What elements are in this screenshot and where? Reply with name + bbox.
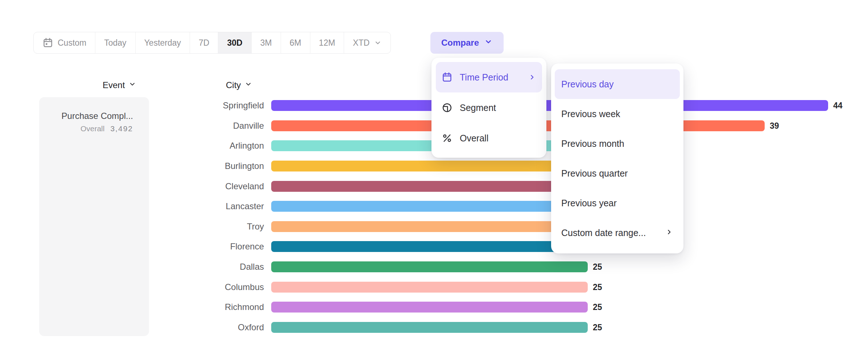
city-label: Danville (152, 121, 264, 131)
toolbar-button-12m[interactable]: 12M (310, 32, 344, 53)
compare-dropdown-menu: Time PeriodSegmentOverall (431, 58, 546, 158)
submenu-item-label: Previous year (561, 198, 617, 208)
toolbar-button-label: Today (104, 38, 126, 48)
menu-item-label: Segment (460, 103, 496, 113)
menu-item-segment[interactable]: Segment (436, 92, 542, 123)
city-column-header[interactable]: City (226, 80, 252, 91)
city-label: Lancaster (152, 201, 264, 211)
compare-button[interactable]: Compare (430, 32, 504, 54)
event-item-title: Purchase Compl... (46, 111, 133, 121)
segment-icon (442, 102, 452, 113)
compare-label: Compare (441, 38, 479, 48)
toolbar-button-30d[interactable]: 30D (218, 32, 251, 53)
submenu-item-label: Previous quarter (561, 168, 628, 179)
toolbar-button-7d[interactable]: 7D (190, 32, 218, 53)
toolbar-button-label: 12M (319, 38, 335, 48)
bar-value: 39 (770, 121, 779, 131)
overall-value: 3,492 (110, 124, 133, 133)
toolbar-button-label: Yesterday (144, 38, 181, 48)
bar-springfield[interactable] (271, 100, 828, 111)
submenu-item-custom-date-range[interactable]: Custom date range... (555, 218, 680, 248)
submenu-item-label: Previous week (561, 109, 620, 119)
menu-item-time-period[interactable]: Time Period (436, 62, 542, 92)
toolbar-button-label: 6M (290, 38, 301, 48)
submenu-item-previous-month[interactable]: Previous month (555, 129, 680, 158)
toolbar-button-3m[interactable]: 3M (252, 32, 281, 53)
toolbar-button-label: 7D (199, 38, 209, 48)
toolbar-button-label: 3M (260, 38, 272, 48)
menu-item-label: Time Period (460, 72, 508, 83)
percent-icon (442, 133, 452, 144)
bar-richmond[interactable] (271, 302, 588, 313)
overall-label: Overall (80, 124, 105, 133)
city-label: Springfield (152, 100, 264, 111)
city-label: Florence (152, 241, 264, 252)
submenu-item-previous-week[interactable]: Previous week (555, 99, 680, 129)
submenu-item-previous-quarter[interactable]: Previous quarter (555, 158, 680, 188)
city-label: Oxford (152, 322, 264, 332)
city-label: Cleveland (152, 181, 264, 191)
menu-item-overall[interactable]: Overall (436, 123, 542, 153)
chevron-down-icon (128, 80, 136, 90)
toolbar-button-custom[interactable]: Custom (34, 32, 95, 53)
bar-value: 25 (593, 282, 602, 292)
city-label: Arlington (152, 141, 264, 151)
chevron-down-icon (484, 37, 493, 48)
bar-value: 25 (593, 302, 602, 312)
time-period-submenu: Previous dayPrevious weekPrevious monthP… (551, 63, 683, 253)
date-range-toolbar: CustomTodayYesterday7D30D3M6M12MXTD (33, 32, 391, 54)
bar-value: 25 (593, 262, 602, 272)
city-label: Dallas (152, 262, 264, 272)
app-canvas: CustomTodayYesterday7D30D3M6M12MXTD Comp… (0, 0, 868, 364)
city-label: Columbus (152, 282, 264, 292)
submenu-item-label: Previous month (561, 138, 624, 149)
city-label: Richmond (152, 302, 264, 312)
toolbar-button-6m[interactable]: 6M (281, 32, 310, 53)
calendar-icon (42, 37, 53, 48)
toolbar-button-label: XTD (353, 38, 369, 48)
city-label: Burlington (152, 161, 264, 171)
menu-item-label: Overall (460, 133, 488, 144)
calendar-icon (442, 72, 452, 83)
submenu-item-previous-year[interactable]: Previous year (555, 188, 680, 218)
event-column-header[interactable]: Event (103, 80, 136, 91)
city-label: Troy (152, 222, 264, 232)
event-header-label: Event (103, 80, 125, 90)
bar-columbus[interactable] (271, 282, 588, 293)
bar-value: 25 (593, 323, 602, 332)
bar-oxford[interactable] (271, 322, 588, 333)
submenu-item-label: Previous day (561, 79, 614, 90)
bar-dallas[interactable] (271, 261, 588, 272)
bar-value: 44 (833, 101, 843, 110)
submenu-item-previous-day[interactable]: Previous day (555, 69, 680, 99)
toolbar-button-yesterday[interactable]: Yesterday (136, 32, 190, 53)
toolbar-button-label: Custom (58, 38, 86, 48)
city-header-label: City (226, 80, 241, 90)
event-item-purchase-completed[interactable]: Purchase Compl... Overall 3,492 (39, 97, 149, 133)
toolbar-button-today[interactable]: Today (95, 32, 135, 53)
chevron-right-icon (665, 228, 673, 238)
submenu-item-label: Custom date range... (561, 228, 646, 238)
event-panel: Purchase Compl... Overall 3,492 (39, 97, 149, 336)
toolbar-button-label: 30D (227, 38, 242, 48)
chevron-down-icon (374, 39, 382, 47)
toolbar-button-xtd[interactable]: XTD (344, 32, 390, 53)
event-item-subtitle: Overall 3,492 (46, 124, 133, 133)
chevron-down-icon (244, 80, 252, 90)
chevron-right-icon (528, 73, 536, 81)
